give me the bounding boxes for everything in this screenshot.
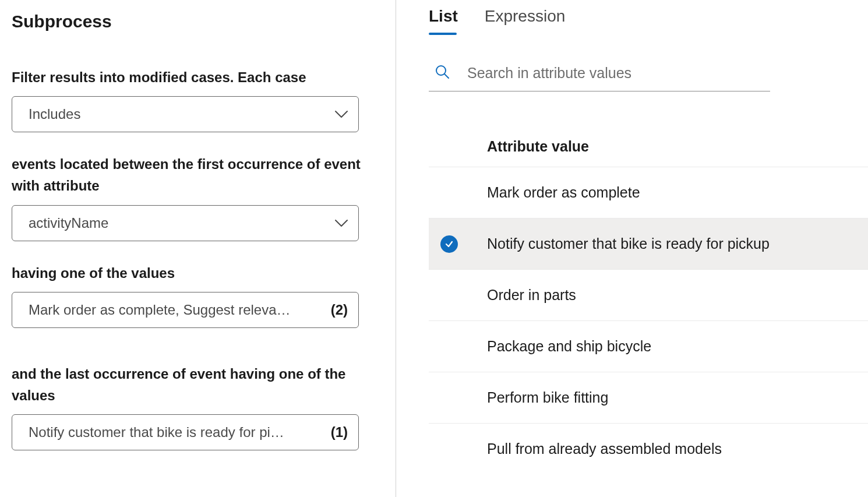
search-input[interactable] (467, 65, 770, 82)
filter-field-group: Filter results into modified cases. Each… (12, 66, 384, 132)
attribute-select[interactable]: activityName (12, 205, 359, 241)
values-last-label: and the last occurrence of event having … (12, 363, 384, 406)
search-icon (435, 64, 450, 82)
list-item-label: Package and ship bicycle (487, 338, 651, 355)
attribute-value-panel: List Expression Attribute value Mark ord… (396, 0, 868, 497)
values-first-count: (2) (331, 302, 348, 318)
filter-value: Includes (29, 106, 328, 122)
tab-expression[interactable]: Expression (485, 7, 566, 35)
values-first-field-group: having one of the values Mark order as c… (12, 262, 384, 328)
subprocess-panel: Subprocess Filter results into modified … (0, 0, 396, 497)
list-item-label: Perform bike fitting (487, 389, 608, 406)
panel-title: Subprocess (12, 12, 384, 31)
values-last-value: Notify customer that bike is ready for p… (29, 424, 323, 440)
attribute-field-group: events located between the first occurre… (12, 153, 384, 241)
list-item-label: Pull from already assembled models (487, 440, 722, 457)
check-icon (440, 235, 458, 253)
attribute-value: activityName (29, 215, 328, 231)
list-item-label: Mark order as complete (487, 184, 640, 201)
list-item[interactable]: Perform bike fitting (429, 372, 868, 423)
values-last-select[interactable]: Notify customer that bike is ready for p… (12, 414, 359, 450)
attribute-value-list: Mark order as completeNotify customer th… (429, 167, 868, 474)
values-first-label: having one of the values (12, 262, 384, 284)
list-item-label: Order in parts (487, 287, 576, 304)
values-last-field-group: and the last occurrence of event having … (12, 363, 384, 450)
svg-line-1 (444, 74, 449, 78)
attribute-label: events located between the first occurre… (12, 153, 384, 196)
filter-select[interactable]: Includes (12, 96, 359, 132)
list-item[interactable]: Pull from already assembled models (429, 423, 868, 474)
values-first-select[interactable]: Mark order as complete, Suggest releva… … (12, 292, 359, 328)
attribute-value-column-header: Attribute value (429, 138, 868, 155)
tab-list[interactable]: List (429, 7, 458, 35)
filter-label: Filter results into modified cases. Each… (12, 66, 384, 88)
tab-row: List Expression (429, 7, 868, 35)
list-item[interactable]: Package and ship bicycle (429, 320, 868, 372)
list-item[interactable]: Mark order as complete (429, 167, 868, 218)
values-last-count: (1) (331, 424, 348, 440)
list-item[interactable]: Order in parts (429, 269, 868, 320)
search-row (429, 64, 770, 91)
chevron-down-icon (335, 110, 348, 118)
list-item-label: Notify customer that bike is ready for p… (487, 235, 770, 252)
chevron-down-icon (335, 219, 348, 227)
values-first-value: Mark order as complete, Suggest releva… (29, 302, 323, 318)
list-item[interactable]: Notify customer that bike is ready for p… (429, 218, 868, 269)
